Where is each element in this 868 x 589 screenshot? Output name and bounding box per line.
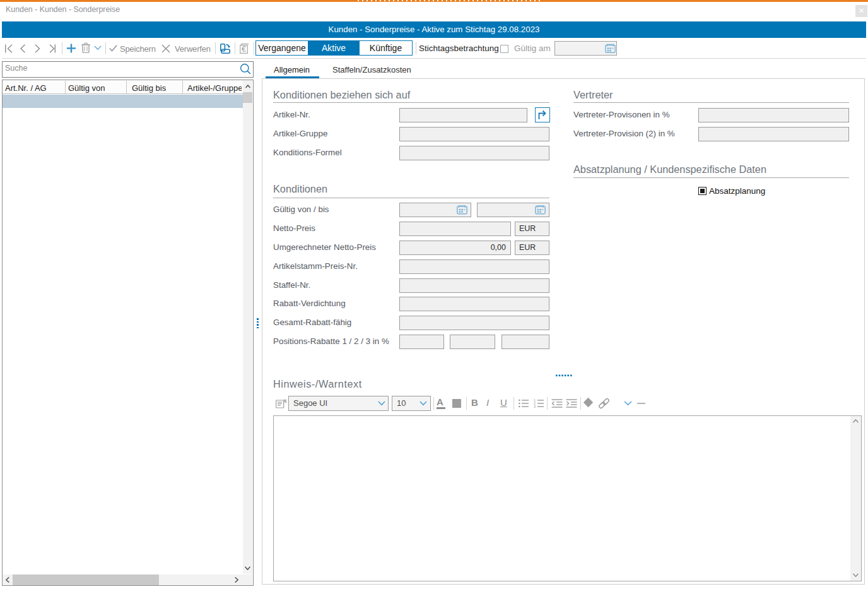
svg-text:3: 3 <box>534 405 536 408</box>
svg-text:€: € <box>242 45 246 54</box>
